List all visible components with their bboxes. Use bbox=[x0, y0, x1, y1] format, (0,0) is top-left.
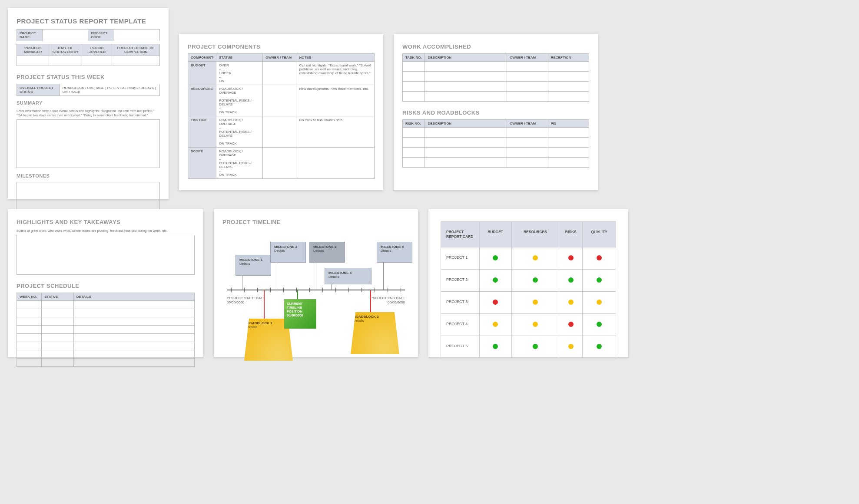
work-table: TASK NO. DESCRIPTION OWNER / TEAM RECEPT… bbox=[402, 53, 589, 102]
status-options: ROADBLOCK / OVERAGE | POTENTIAL RISKS / … bbox=[60, 84, 159, 96]
template-page-4: HIGHLIGHTS AND KEY TAKEAWAYS Bullets of … bbox=[8, 209, 203, 357]
label-project-code: PROJECT CODE bbox=[88, 30, 114, 41]
page1-title: PROJECT STATUS REPORT TEMPLATE bbox=[17, 17, 160, 25]
label-project-name: PROJECT NAME bbox=[17, 30, 43, 41]
risk-title: RISKS AND ROADBLOCKS bbox=[402, 109, 589, 116]
milestone-5: MILESTONE 5Details bbox=[377, 242, 412, 263]
report-row: PROJECT 5 bbox=[441, 336, 616, 358]
timeline-title: PROJECT TIMELINE bbox=[222, 219, 409, 225]
schedule-title: PROJECT SCHEDULE bbox=[17, 283, 195, 289]
summary-hint: Enter information here about overall sta… bbox=[17, 109, 160, 118]
highlights-hint: Bullets of great work, who owns what, wh… bbox=[17, 229, 195, 233]
milestone-3: MILESTONE 3Details bbox=[309, 242, 345, 263]
roadblock-2: ROADBLOCK 2Details bbox=[351, 312, 399, 354]
meta-table-2: PROJECT MANAGER DATE OF STATUS ENTRY PER… bbox=[17, 44, 160, 66]
col-component: COMPONENT bbox=[188, 54, 216, 62]
timeline-axis bbox=[227, 290, 405, 290]
risk-table: RISK NO. DESCRIPTION OWNER / TEAM FIX bbox=[402, 119, 589, 168]
milestones-title: MILESTONES bbox=[17, 173, 160, 178]
components-title: PROJECT COMPONENTS bbox=[188, 43, 375, 50]
template-page-6: PROJECT REPORT CARD BUDGET RESOURCES RIS… bbox=[428, 209, 628, 357]
timeline-canvas: PROJECT START DATE00/00/0000 PROJECT END… bbox=[222, 229, 409, 363]
template-page-5: PROJECT TIMELINE PROJECT START DATE00/00… bbox=[214, 209, 418, 357]
current-position: CURRENTTIMELINEPOSITION00/00/0000 bbox=[284, 299, 316, 329]
summary-box[interactable] bbox=[17, 119, 160, 168]
work-title: WORK ACCOMPLISHED bbox=[402, 43, 589, 50]
report-card-table: PROJECT REPORT CARD BUDGET RESOURCES RIS… bbox=[441, 221, 616, 358]
components-table: COMPONENT STATUS OWNER / TEAM NOTES BUDG… bbox=[188, 53, 375, 179]
milestone-4: MILESTONE 4Details bbox=[325, 268, 371, 284]
label-completion: PROJECTED DATE OF COMPLETION bbox=[112, 44, 160, 56]
start-label: PROJECT START DATE00/00/0000 bbox=[227, 296, 265, 305]
label-entry: DATE OF STATUS ENTRY bbox=[49, 44, 82, 56]
template-page-1: PROJECT STATUS REPORT TEMPLATE PROJECT N… bbox=[8, 8, 169, 199]
col-owner: OWNER / TEAM bbox=[263, 54, 296, 62]
col-notes: NOTES bbox=[296, 54, 375, 62]
report-row: PROJECT 4 bbox=[441, 314, 616, 336]
status-header: OVERALL PROJECT STATUS bbox=[17, 84, 60, 96]
summary-title: SUMMARY bbox=[17, 100, 160, 105]
meta-table-1: PROJECT NAME PROJECT CODE bbox=[17, 29, 160, 41]
milestone-1: MILESTONE 1Details bbox=[235, 255, 271, 276]
status-table: OVERALL PROJECT STATUS ROADBLOCK / OVERA… bbox=[17, 84, 160, 96]
end-label: PROJECT END DATE00/00/0000 bbox=[371, 296, 405, 305]
label-manager: PROJECT MANAGER bbox=[17, 44, 49, 56]
value-project-name[interactable] bbox=[43, 30, 88, 41]
label-period: PERIOD COVERED bbox=[82, 44, 112, 56]
template-page-2: PROJECT COMPONENTS COMPONENT STATUS OWNE… bbox=[179, 34, 383, 190]
highlights-title: HIGHLIGHTS AND KEY TAKEAWAYS bbox=[17, 219, 195, 225]
schedule-table: WEEK NO. STATUS DETAILS bbox=[17, 293, 195, 367]
highlights-box[interactable] bbox=[17, 235, 195, 275]
template-page-3: WORK ACCOMPLISHED TASK NO. DESCRIPTION O… bbox=[394, 34, 598, 190]
status-title: PROJECT STATUS THIS WEEK bbox=[17, 74, 160, 80]
report-row: PROJECT 2 bbox=[441, 270, 616, 292]
report-row: PROJECT 1 bbox=[441, 247, 616, 270]
milestone-2: MILESTONE 2Details bbox=[270, 242, 306, 263]
col-status: STATUS bbox=[216, 54, 263, 62]
report-row: PROJECT 3 bbox=[441, 292, 616, 314]
value-project-code[interactable] bbox=[114, 30, 159, 41]
